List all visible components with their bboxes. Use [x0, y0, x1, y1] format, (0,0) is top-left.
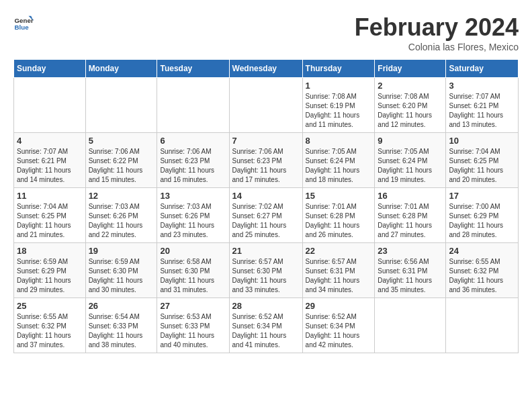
day-number: 28	[232, 301, 300, 311]
day-info: Sunrise: 6:52 AMSunset: 6:34 PMDaylight:…	[306, 312, 372, 350]
title-area: February 2024 Colonia las Flores, Mexico	[355, 13, 519, 52]
day-info: Sunrise: 7:06 AMSunset: 6:23 PMDaylight:…	[232, 147, 300, 185]
day-cell: 1Sunrise: 7:08 AMSunset: 6:19 PMDaylight…	[302, 78, 375, 133]
day-number: 7	[232, 136, 300, 146]
week-row-5: 25Sunrise: 6:55 AMSunset: 6:32 PMDayligh…	[14, 298, 519, 353]
header-row: SundayMondayTuesdayWednesdayThursdayFrid…	[14, 60, 519, 78]
day-number: 22	[306, 246, 372, 256]
day-number: 25	[17, 301, 83, 311]
column-header-saturday: Saturday	[446, 60, 519, 78]
day-number: 19	[89, 246, 154, 256]
calendar-body: 1Sunrise: 7:08 AMSunset: 6:19 PMDaylight…	[14, 78, 519, 353]
day-cell: 13Sunrise: 7:03 AMSunset: 6:26 PMDayligh…	[157, 188, 229, 243]
day-number: 13	[160, 191, 226, 201]
day-info: Sunrise: 7:04 AMSunset: 6:25 PMDaylight:…	[17, 202, 83, 240]
main-title: February 2024	[355, 13, 519, 42]
day-number: 11	[17, 191, 83, 201]
day-cell	[14, 78, 86, 133]
day-cell: 4Sunrise: 7:07 AMSunset: 6:21 PMDaylight…	[14, 133, 86, 188]
logo: General Blue	[13, 13, 34, 34]
day-number: 18	[17, 246, 83, 256]
day-cell: 15Sunrise: 7:01 AMSunset: 6:28 PMDayligh…	[302, 188, 375, 243]
calendar-table: SundayMondayTuesdayWednesdayThursdayFrid…	[13, 59, 519, 353]
day-cell: 5Sunrise: 7:06 AMSunset: 6:22 PMDaylight…	[85, 133, 157, 188]
svg-text:Blue: Blue	[15, 24, 30, 31]
day-info: Sunrise: 7:06 AMSunset: 6:22 PMDaylight:…	[89, 147, 154, 185]
day-number: 21	[232, 246, 300, 256]
day-number: 20	[160, 246, 226, 256]
day-number: 24	[449, 246, 515, 256]
day-number: 14	[232, 191, 300, 201]
column-header-tuesday: Tuesday	[157, 60, 229, 78]
day-cell: 19Sunrise: 6:59 AMSunset: 6:30 PMDayligh…	[85, 243, 157, 298]
day-info: Sunrise: 7:04 AMSunset: 6:25 PMDaylight:…	[449, 147, 515, 185]
day-info: Sunrise: 6:54 AMSunset: 6:33 PMDaylight:…	[89, 312, 154, 350]
day-number: 3	[449, 81, 515, 91]
day-cell: 9Sunrise: 7:05 AMSunset: 6:24 PMDaylight…	[375, 133, 446, 188]
week-row-3: 11Sunrise: 7:04 AMSunset: 6:25 PMDayligh…	[14, 188, 519, 243]
day-number: 2	[378, 81, 443, 91]
week-row-1: 1Sunrise: 7:08 AMSunset: 6:19 PMDaylight…	[14, 78, 519, 133]
day-cell: 20Sunrise: 6:58 AMSunset: 6:30 PMDayligh…	[157, 243, 229, 298]
day-info: Sunrise: 6:53 AMSunset: 6:33 PMDaylight:…	[160, 312, 226, 350]
day-number: 29	[306, 301, 372, 311]
header: General Blue February 2024 Colonia las F…	[13, 13, 519, 52]
day-cell: 26Sunrise: 6:54 AMSunset: 6:33 PMDayligh…	[85, 298, 157, 353]
day-info: Sunrise: 6:55 AMSunset: 6:32 PMDaylight:…	[449, 257, 515, 295]
day-cell: 22Sunrise: 6:57 AMSunset: 6:31 PMDayligh…	[302, 243, 375, 298]
day-cell	[446, 298, 519, 353]
day-cell: 16Sunrise: 7:01 AMSunset: 6:28 PMDayligh…	[375, 188, 446, 243]
day-cell: 8Sunrise: 7:05 AMSunset: 6:24 PMDaylight…	[302, 133, 375, 188]
day-cell	[375, 298, 446, 353]
day-info: Sunrise: 7:05 AMSunset: 6:24 PMDaylight:…	[306, 147, 372, 185]
day-number: 1	[306, 81, 372, 91]
day-info: Sunrise: 6:58 AMSunset: 6:30 PMDaylight:…	[160, 257, 226, 295]
day-cell: 27Sunrise: 6:53 AMSunset: 6:33 PMDayligh…	[157, 298, 229, 353]
logo-icon: General Blue	[13, 13, 34, 34]
day-cell: 25Sunrise: 6:55 AMSunset: 6:32 PMDayligh…	[14, 298, 86, 353]
day-info: Sunrise: 7:01 AMSunset: 6:28 PMDaylight:…	[306, 202, 372, 240]
day-info: Sunrise: 6:57 AMSunset: 6:31 PMDaylight:…	[306, 257, 372, 295]
week-row-2: 4Sunrise: 7:07 AMSunset: 6:21 PMDaylight…	[14, 133, 519, 188]
day-number: 27	[160, 301, 226, 311]
day-number: 6	[160, 136, 226, 146]
day-cell	[229, 78, 302, 133]
day-number: 23	[378, 246, 443, 256]
day-info: Sunrise: 7:08 AMSunset: 6:19 PMDaylight:…	[306, 92, 372, 130]
day-cell: 17Sunrise: 7:00 AMSunset: 6:29 PMDayligh…	[446, 188, 519, 243]
day-cell: 10Sunrise: 7:04 AMSunset: 6:25 PMDayligh…	[446, 133, 519, 188]
day-number: 10	[449, 136, 515, 146]
day-cell: 11Sunrise: 7:04 AMSunset: 6:25 PMDayligh…	[14, 188, 86, 243]
day-info: Sunrise: 7:06 AMSunset: 6:23 PMDaylight:…	[160, 147, 226, 185]
day-cell: 24Sunrise: 6:55 AMSunset: 6:32 PMDayligh…	[446, 243, 519, 298]
column-header-friday: Friday	[375, 60, 446, 78]
day-cell: 29Sunrise: 6:52 AMSunset: 6:34 PMDayligh…	[302, 298, 375, 353]
day-number: 9	[378, 136, 443, 146]
day-info: Sunrise: 7:08 AMSunset: 6:20 PMDaylight:…	[378, 92, 443, 130]
day-number: 4	[17, 136, 83, 146]
day-cell: 6Sunrise: 7:06 AMSunset: 6:23 PMDaylight…	[157, 133, 229, 188]
day-cell: 18Sunrise: 6:59 AMSunset: 6:29 PMDayligh…	[14, 243, 86, 298]
day-cell: 21Sunrise: 6:57 AMSunset: 6:30 PMDayligh…	[229, 243, 302, 298]
day-info: Sunrise: 6:56 AMSunset: 6:31 PMDaylight:…	[378, 257, 443, 295]
day-info: Sunrise: 6:52 AMSunset: 6:34 PMDaylight:…	[232, 312, 300, 350]
day-cell: 7Sunrise: 7:06 AMSunset: 6:23 PMDaylight…	[229, 133, 302, 188]
day-info: Sunrise: 7:00 AMSunset: 6:29 PMDaylight:…	[449, 202, 515, 240]
day-cell: 23Sunrise: 6:56 AMSunset: 6:31 PMDayligh…	[375, 243, 446, 298]
day-number: 5	[89, 136, 154, 146]
day-info: Sunrise: 6:59 AMSunset: 6:29 PMDaylight:…	[17, 257, 83, 295]
day-number: 17	[449, 191, 515, 201]
column-header-monday: Monday	[85, 60, 157, 78]
day-number: 16	[378, 191, 443, 201]
day-info: Sunrise: 7:03 AMSunset: 6:26 PMDaylight:…	[160, 202, 226, 240]
day-cell: 14Sunrise: 7:02 AMSunset: 6:27 PMDayligh…	[229, 188, 302, 243]
day-info: Sunrise: 6:59 AMSunset: 6:30 PMDaylight:…	[89, 257, 154, 295]
subtitle: Colonia las Flores, Mexico	[355, 42, 519, 52]
day-cell: 28Sunrise: 6:52 AMSunset: 6:34 PMDayligh…	[229, 298, 302, 353]
day-cell: 2Sunrise: 7:08 AMSunset: 6:20 PMDaylight…	[375, 78, 446, 133]
day-number: 26	[89, 301, 154, 311]
day-info: Sunrise: 7:07 AMSunset: 6:21 PMDaylight:…	[449, 92, 515, 130]
day-info: Sunrise: 7:05 AMSunset: 6:24 PMDaylight:…	[378, 147, 443, 185]
day-cell	[85, 78, 157, 133]
day-number: 8	[306, 136, 372, 146]
